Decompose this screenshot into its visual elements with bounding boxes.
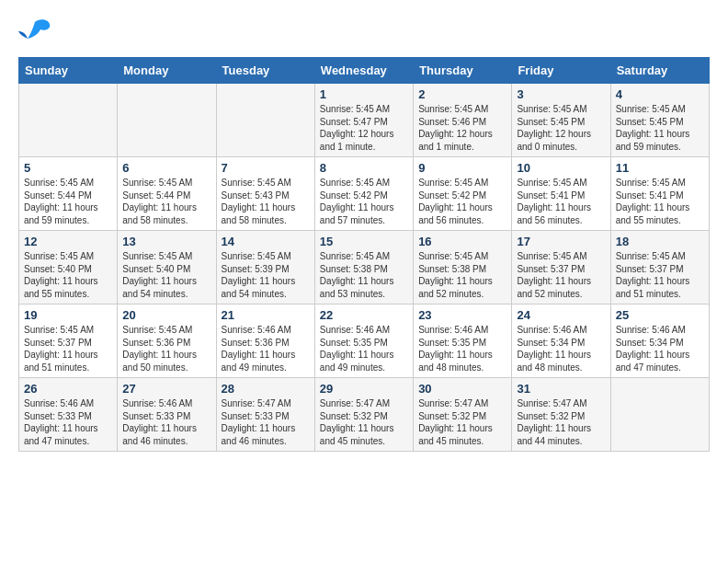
calendar-cell: 14Sunrise: 5:45 AM Sunset: 5:39 PM Dayli… bbox=[216, 231, 314, 304]
day-content: Sunrise: 5:45 AM Sunset: 5:43 PM Dayligh… bbox=[222, 177, 310, 226]
day-number: 1 bbox=[320, 87, 408, 101]
day-number: 31 bbox=[517, 382, 605, 396]
day-content: Sunrise: 5:45 AM Sunset: 5:37 PM Dayligh… bbox=[616, 250, 704, 300]
calendar-cell: 24Sunrise: 5:46 AM Sunset: 5:34 PM Dayli… bbox=[512, 304, 610, 378]
calendar-cell: 23Sunrise: 5:46 AM Sunset: 5:35 PM Dayli… bbox=[414, 304, 512, 378]
calendar-cell: 29Sunrise: 5:47 AM Sunset: 5:32 PM Dayli… bbox=[314, 378, 413, 452]
day-number: 23 bbox=[418, 308, 506, 322]
calendar-cell: 4Sunrise: 5:45 AM Sunset: 5:45 PM Daylig… bbox=[610, 84, 709, 157]
day-number: 7 bbox=[222, 161, 310, 175]
day-content: Sunrise: 5:45 AM Sunset: 5:44 PM Dayligh… bbox=[24, 177, 112, 226]
day-content: Sunrise: 5:45 AM Sunset: 5:37 PM Dayligh… bbox=[24, 324, 112, 373]
day-number: 18 bbox=[616, 235, 704, 248]
calendar-cell: 6Sunrise: 5:45 AM Sunset: 5:44 PM Daylig… bbox=[118, 157, 216, 231]
day-content: Sunrise: 5:45 AM Sunset: 5:40 PM Dayligh… bbox=[122, 250, 210, 300]
calendar-cell: 19Sunrise: 5:45 AM Sunset: 5:37 PM Dayli… bbox=[19, 304, 118, 378]
calendar-table: SundayMondayTuesdayWednesdayThursdayFrid… bbox=[18, 57, 710, 452]
day-content: Sunrise: 5:46 AM Sunset: 5:33 PM Dayligh… bbox=[24, 397, 112, 447]
day-number: 2 bbox=[418, 87, 506, 101]
day-number: 12 bbox=[24, 235, 112, 248]
day-content: Sunrise: 5:45 AM Sunset: 5:44 PM Dayligh… bbox=[122, 177, 210, 226]
week-row-5: 26Sunrise: 5:46 AM Sunset: 5:33 PM Dayli… bbox=[19, 378, 710, 452]
day-content: Sunrise: 5:46 AM Sunset: 5:36 PM Dayligh… bbox=[222, 324, 310, 373]
calendar-cell: 22Sunrise: 5:46 AM Sunset: 5:35 PM Dayli… bbox=[314, 304, 413, 378]
day-content: Sunrise: 5:45 AM Sunset: 5:45 PM Dayligh… bbox=[517, 103, 605, 153]
calendar-cell bbox=[118, 84, 216, 157]
day-content: Sunrise: 5:46 AM Sunset: 5:35 PM Dayligh… bbox=[418, 324, 506, 373]
calendar-cell: 18Sunrise: 5:45 AM Sunset: 5:37 PM Dayli… bbox=[610, 231, 709, 304]
calendar-cell: 30Sunrise: 5:47 AM Sunset: 5:32 PM Dayli… bbox=[414, 378, 512, 452]
week-row-2: 5Sunrise: 5:45 AM Sunset: 5:44 PM Daylig… bbox=[19, 157, 710, 231]
day-content: Sunrise: 5:45 AM Sunset: 5:47 PM Dayligh… bbox=[320, 103, 408, 153]
calendar-cell: 13Sunrise: 5:45 AM Sunset: 5:40 PM Dayli… bbox=[118, 231, 216, 304]
day-number: 14 bbox=[222, 235, 310, 248]
day-number: 4 bbox=[616, 87, 704, 101]
header-friday: Friday bbox=[512, 58, 610, 84]
header-monday: Monday bbox=[118, 58, 216, 84]
day-number: 8 bbox=[320, 161, 408, 175]
calendar-cell: 15Sunrise: 5:45 AM Sunset: 5:38 PM Dayli… bbox=[314, 231, 413, 304]
day-number: 6 bbox=[122, 161, 210, 175]
day-number: 24 bbox=[517, 308, 605, 322]
header-sunday: Sunday bbox=[19, 58, 118, 84]
day-content: Sunrise: 5:46 AM Sunset: 5:33 PM Dayligh… bbox=[122, 397, 210, 447]
day-number: 21 bbox=[222, 308, 310, 322]
calendar-cell: 1Sunrise: 5:45 AM Sunset: 5:47 PM Daylig… bbox=[314, 84, 413, 157]
day-content: Sunrise: 5:47 AM Sunset: 5:32 PM Dayligh… bbox=[320, 397, 408, 447]
calendar-cell: 8Sunrise: 5:45 AM Sunset: 5:42 PM Daylig… bbox=[314, 157, 413, 231]
calendar-cell: 16Sunrise: 5:45 AM Sunset: 5:38 PM Dayli… bbox=[414, 231, 512, 304]
calendar-cell: 5Sunrise: 5:45 AM Sunset: 5:44 PM Daylig… bbox=[19, 157, 118, 231]
day-number: 9 bbox=[418, 161, 506, 175]
day-content: Sunrise: 5:45 AM Sunset: 5:36 PM Dayligh… bbox=[122, 324, 210, 373]
calendar-header-row: SundayMondayTuesdayWednesdayThursdayFrid… bbox=[19, 58, 710, 84]
day-number: 3 bbox=[517, 87, 605, 101]
day-number: 30 bbox=[418, 382, 506, 396]
header-thursday: Thursday bbox=[414, 58, 512, 84]
day-content: Sunrise: 5:45 AM Sunset: 5:42 PM Dayligh… bbox=[320, 177, 408, 226]
day-content: Sunrise: 5:45 AM Sunset: 5:38 PM Dayligh… bbox=[418, 250, 506, 300]
day-content: Sunrise: 5:46 AM Sunset: 5:34 PM Dayligh… bbox=[616, 324, 704, 373]
day-number: 15 bbox=[320, 235, 408, 248]
day-content: Sunrise: 5:45 AM Sunset: 5:41 PM Dayligh… bbox=[517, 177, 605, 226]
calendar-cell: 10Sunrise: 5:45 AM Sunset: 5:41 PM Dayli… bbox=[512, 157, 610, 231]
day-number: 16 bbox=[418, 235, 506, 248]
header-saturday: Saturday bbox=[610, 58, 709, 84]
calendar-cell: 17Sunrise: 5:45 AM Sunset: 5:37 PM Dayli… bbox=[512, 231, 610, 304]
calendar-cell: 21Sunrise: 5:46 AM Sunset: 5:36 PM Dayli… bbox=[216, 304, 314, 378]
day-content: Sunrise: 5:45 AM Sunset: 5:38 PM Dayligh… bbox=[320, 250, 408, 300]
week-row-4: 19Sunrise: 5:45 AM Sunset: 5:37 PM Dayli… bbox=[19, 304, 710, 378]
day-number: 5 bbox=[24, 161, 112, 175]
page-header bbox=[18, 18, 710, 48]
day-number: 27 bbox=[122, 382, 210, 396]
day-number: 10 bbox=[517, 161, 605, 175]
day-content: Sunrise: 5:45 AM Sunset: 5:40 PM Dayligh… bbox=[24, 250, 112, 300]
calendar-cell: 28Sunrise: 5:47 AM Sunset: 5:33 PM Dayli… bbox=[216, 378, 314, 452]
day-number: 13 bbox=[122, 235, 210, 248]
calendar-cell: 25Sunrise: 5:46 AM Sunset: 5:34 PM Dayli… bbox=[610, 304, 709, 378]
day-content: Sunrise: 5:45 AM Sunset: 5:46 PM Dayligh… bbox=[418, 103, 506, 153]
day-content: Sunrise: 5:45 AM Sunset: 5:41 PM Dayligh… bbox=[616, 177, 704, 226]
header-tuesday: Tuesday bbox=[216, 58, 314, 84]
calendar-cell: 27Sunrise: 5:46 AM Sunset: 5:33 PM Dayli… bbox=[118, 378, 216, 452]
day-content: Sunrise: 5:45 AM Sunset: 5:37 PM Dayligh… bbox=[517, 250, 605, 300]
day-content: Sunrise: 5:46 AM Sunset: 5:35 PM Dayligh… bbox=[320, 324, 408, 373]
day-number: 28 bbox=[222, 382, 310, 396]
day-content: Sunrise: 5:45 AM Sunset: 5:45 PM Dayligh… bbox=[616, 103, 704, 153]
day-content: Sunrise: 5:47 AM Sunset: 5:32 PM Dayligh… bbox=[517, 397, 605, 447]
week-row-3: 12Sunrise: 5:45 AM Sunset: 5:40 PM Dayli… bbox=[19, 231, 710, 304]
calendar-cell: 3Sunrise: 5:45 AM Sunset: 5:45 PM Daylig… bbox=[512, 84, 610, 157]
day-content: Sunrise: 5:47 AM Sunset: 5:32 PM Dayligh… bbox=[418, 397, 506, 447]
day-number: 26 bbox=[24, 382, 112, 396]
calendar-cell: 20Sunrise: 5:45 AM Sunset: 5:36 PM Dayli… bbox=[118, 304, 216, 378]
day-content: Sunrise: 5:45 AM Sunset: 5:42 PM Dayligh… bbox=[418, 177, 506, 226]
day-content: Sunrise: 5:46 AM Sunset: 5:34 PM Dayligh… bbox=[517, 324, 605, 373]
calendar-cell bbox=[216, 84, 314, 157]
day-number: 19 bbox=[24, 308, 112, 322]
day-number: 17 bbox=[517, 235, 605, 248]
day-number: 11 bbox=[616, 161, 704, 175]
calendar-cell bbox=[19, 84, 118, 157]
day-number: 20 bbox=[122, 308, 210, 322]
day-content: Sunrise: 5:47 AM Sunset: 5:33 PM Dayligh… bbox=[222, 397, 310, 447]
calendar-cell: 11Sunrise: 5:45 AM Sunset: 5:41 PM Dayli… bbox=[610, 157, 709, 231]
day-number: 29 bbox=[320, 382, 408, 396]
